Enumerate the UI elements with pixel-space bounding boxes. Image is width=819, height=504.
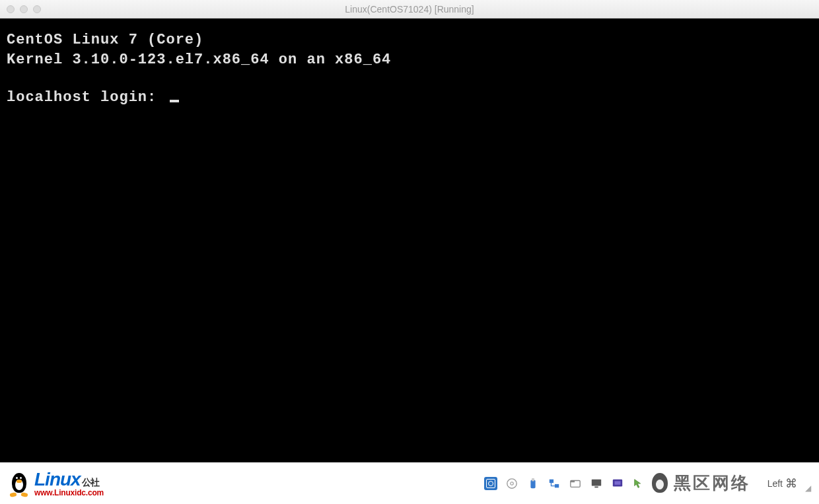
- window-controls: [0, 5, 41, 13]
- usb-icon[interactable]: [526, 477, 540, 490]
- mouse-integration-icon[interactable]: [631, 477, 646, 490]
- login-prompt-text: localhost login:: [7, 89, 166, 106]
- watermark-title: Linux: [34, 469, 81, 489]
- minimize-window-button[interactable]: [20, 5, 28, 13]
- terminal-line: Kernel 3.10.0-123.el7.x86_64 on an x86_6…: [7, 50, 812, 70]
- window-titlebar: Linux(CentOS71024) [Running]: [0, 0, 819, 18]
- capture-icon[interactable]: [610, 477, 625, 490]
- svg-rect-11: [614, 481, 620, 484]
- svg-rect-9: [594, 486, 598, 487]
- svg-rect-2: [530, 480, 535, 488]
- cursor-icon: [170, 100, 179, 102]
- status-right-group: 黑区网络 Left ⌘ ◢: [483, 472, 811, 495]
- zoom-window-button[interactable]: [33, 5, 41, 13]
- watermark-suffix: 公社: [82, 477, 99, 487]
- window-title: Linux(CentOS71024) [Running]: [0, 4, 819, 15]
- svg-rect-4: [549, 479, 553, 482]
- optical-drive-icon[interactable]: [505, 477, 519, 490]
- network-icon[interactable]: [547, 477, 561, 490]
- penguin-dark-icon: [650, 472, 670, 495]
- svg-rect-7: [570, 480, 574, 482]
- resize-grip-icon[interactable]: ◢: [805, 484, 811, 495]
- svg-rect-5: [555, 484, 559, 487]
- watermark-left-text: Linux公社 www.Linuxidc.com: [34, 470, 104, 497]
- watermark-right: 黑区网络: [650, 472, 750, 495]
- tux-penguin-icon: [8, 470, 30, 497]
- svg-point-0: [507, 478, 516, 487]
- vm-console[interactable]: CentOS Linux 7 (Core) Kernel 3.10.0-123.…: [0, 18, 819, 462]
- command-key-icon: ⌘: [785, 476, 797, 491]
- shared-folder-icon[interactable]: [568, 477, 583, 490]
- svg-point-1: [510, 482, 513, 485]
- terminal-line: CentOS Linux 7 (Core): [7, 30, 812, 50]
- watermark-url: www.Linuxidc.com: [34, 489, 104, 497]
- host-key-label: Left: [767, 478, 783, 489]
- hard-disk-icon[interactable]: [483, 477, 498, 490]
- close-window-button[interactable]: [7, 5, 15, 13]
- display-icon[interactable]: [589, 477, 604, 490]
- watermark-left: Linux公社 www.Linuxidc.com: [8, 470, 104, 497]
- status-bar: Linux公社 www.Linuxidc.com: [0, 462, 819, 504]
- svg-rect-3: [532, 478, 534, 481]
- login-prompt: localhost login:: [7, 88, 812, 108]
- watermark-right-text: 黑区网络: [674, 472, 750, 495]
- svg-rect-8: [591, 479, 600, 486]
- terminal-blank-line: [7, 69, 812, 88]
- vm-status-icons: [483, 477, 646, 490]
- host-key-indicator[interactable]: Left ⌘: [767, 476, 797, 491]
